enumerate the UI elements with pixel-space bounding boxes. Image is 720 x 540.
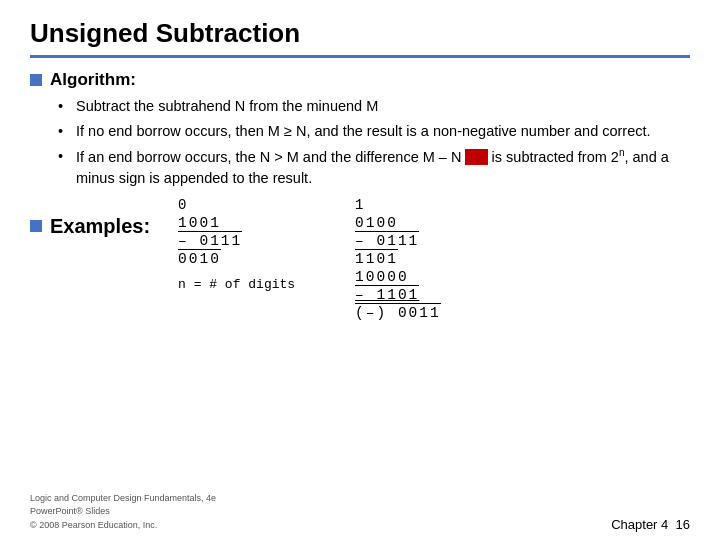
divider (30, 55, 690, 58)
slide: Unsigned Subtraction Algorithm: Subtract… (0, 0, 720, 540)
bullet-1: Subtract the subtrahend N from the minue… (58, 96, 690, 117)
examples-section: Examples: 0 1001 – 0111 0010 n = # of di… (30, 197, 690, 321)
n-digits-label: n = # of digits (178, 277, 295, 292)
example2-top: 1 (355, 197, 363, 213)
bullet-2: If no end borrow occurs, then M ≥ N, and… (58, 121, 690, 142)
example2-row5: – 1101 (355, 285, 419, 303)
red-highlight (465, 149, 487, 165)
example2-row1: 0100 (355, 215, 398, 231)
example1-row2: – 0111 (178, 231, 242, 249)
example2-row2: – 0111 (355, 231, 419, 249)
example1-top: 0 (178, 197, 186, 213)
algorithm-bullets: Subtract the subtrahend N from the minue… (58, 96, 690, 189)
algorithm-label: Algorithm: (50, 70, 136, 90)
examples-header: Examples: (30, 215, 150, 238)
chapter-page: Chapter 4 16 (611, 517, 690, 532)
example-2: 1 0100 – 0111 1101 10000 – 1101 (355, 197, 441, 321)
example1-row1: 1001 (178, 215, 221, 231)
algorithm-section: Algorithm: Subtract the subtrahend N fro… (30, 70, 690, 189)
slide-title: Unsigned Subtraction (30, 18, 690, 49)
example2-row3: 1101 (355, 249, 398, 267)
example1-row3: 0010 (178, 249, 221, 267)
example2-row6: (–) 0011 (355, 303, 441, 321)
bullet-3: If an end borrow occurs, the N > M and t… (58, 146, 690, 189)
algorithm-bullet-square (30, 74, 42, 86)
examples-bullet-square (30, 220, 42, 232)
example2-row4: 10000 (355, 269, 409, 285)
footer: Logic and Computer Design Fundamentals, … (30, 492, 216, 533)
algorithm-header: Algorithm: (30, 70, 690, 90)
superscript-n: n (619, 147, 625, 158)
examples-tables: 0 1001 – 0111 0010 n = # of digits 1 (178, 197, 441, 321)
example-1: 0 1001 – 0111 0010 n = # of digits (178, 197, 295, 321)
